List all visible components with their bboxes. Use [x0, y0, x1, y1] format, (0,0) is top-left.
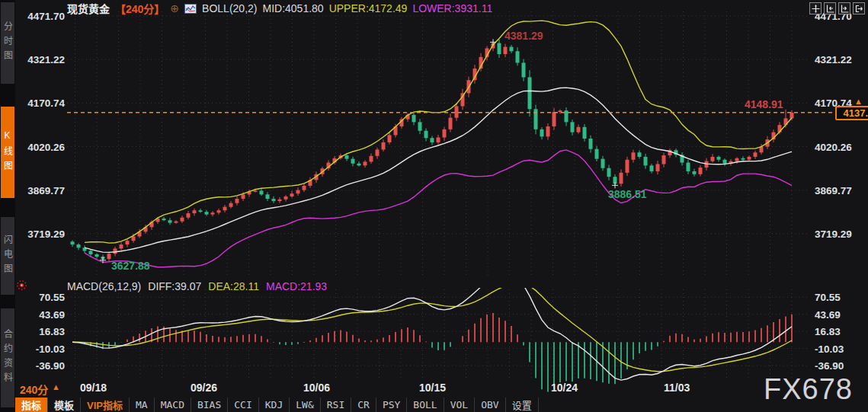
- sidebar-tab-3[interactable]: 闪电图: [1, 217, 14, 295]
- period-up-arrow-icon[interactable]: ▲: [52, 382, 60, 391]
- svg-text:16.83: 16.83: [39, 326, 65, 337]
- annotation-peak-high: 4381.29: [504, 30, 543, 42]
- toolbar-item-MA[interactable]: MA: [130, 398, 155, 412]
- toolbar-item-指标[interactable]: 指标: [15, 398, 48, 412]
- footer-period-label[interactable]: 240分: [20, 382, 48, 397]
- x-axis-row: 240分 ▲ 09/18 09/26 10/06 10/15 10/24 11/…: [0, 379, 868, 398]
- chart-tool-icons: [809, 2, 865, 14]
- toolbar-item-PSY[interactable]: PSY: [376, 398, 407, 412]
- svg-text:4020.26: 4020.26: [815, 142, 852, 153]
- svg-text:4020.26: 4020.26: [27, 142, 65, 153]
- boll-lower-value: LOWER:3931.11: [412, 2, 492, 14]
- move-crosshair-icon[interactable]: [809, 2, 822, 14]
- svg-text:43.69: 43.69: [39, 309, 65, 321]
- toolbar-item-CCI[interactable]: CCI: [228, 398, 258, 412]
- toolbar-item-OBV[interactable]: OBV: [475, 398, 505, 412]
- alert-dot-icon[interactable]: [17, 279, 27, 293]
- boll-param-label: BOLL(20,2): [202, 2, 257, 14]
- last-price-tag: 4137.91: [835, 106, 868, 120]
- svg-text:-10.03: -10.03: [815, 343, 844, 355]
- toolbar-item-MACD[interactable]: MACD: [155, 398, 191, 412]
- popout-icon[interactable]: [853, 2, 865, 14]
- toolbar-item-设置[interactable]: 设置: [506, 398, 539, 412]
- toolbar-item-RSI[interactable]: RSI: [321, 398, 351, 412]
- svg-text:-36.90: -36.90: [815, 360, 844, 372]
- toolbar-item-模板[interactable]: 模板: [48, 398, 81, 412]
- mini-chart-icon[interactable]: [184, 4, 197, 14]
- sidebar: 分时图K线图闪电图合约资料: [0, 0, 15, 412]
- symbol-name: 现货黄金: [67, 1, 110, 16]
- chart-header: 现货黄金 【240分】 ⊕ BOLL(20,2) MID:4051.80 UPP…: [67, 2, 492, 15]
- macd-diff-value: DIFF:39.07: [148, 280, 201, 292]
- svg-text:70.55: 70.55: [39, 292, 65, 303]
- sidebar-tab-2[interactable]: K线图: [1, 107, 14, 198]
- toolbar-item-BOLL[interactable]: BOLL: [407, 398, 444, 412]
- macd-header: MACD(26,12,9) DIFF:39.07 DEA:28.11 MACD:…: [67, 280, 327, 292]
- x-tick: 10/24: [551, 382, 578, 394]
- x-tick: 10/15: [419, 382, 446, 394]
- svg-text:4170.74: 4170.74: [27, 97, 65, 109]
- svg-text:4471.70: 4471.70: [27, 11, 65, 22]
- chart-window: 4471.704471.704321.224321.224170.744170.…: [0, 0, 868, 412]
- macd-macd-value: MACD:21.93: [266, 280, 327, 292]
- svg-text:4321.22: 4321.22: [27, 54, 65, 65]
- indicator-toolbar: 指标模板VIP指标MAMACDBIASCCIKDJLW&RSICRPSYBOLL…: [15, 398, 539, 412]
- svg-text:4321.22: 4321.22: [815, 54, 852, 65]
- svg-text:3869.77: 3869.77: [27, 185, 65, 196]
- circle-plus-icon[interactable]: ⊕: [170, 3, 179, 14]
- svg-text:16.83: 16.83: [815, 326, 841, 337]
- boll-mid-value: MID:4051.80: [262, 2, 323, 14]
- toolbar-item-VIP指标[interactable]: VIP指标: [81, 398, 130, 412]
- period-label[interactable]: 【240分】: [115, 1, 165, 16]
- annotation-start-low: 3627.88: [111, 260, 150, 272]
- x-tick: 10/06: [303, 382, 330, 394]
- macd-param-label: MACD(26,12,9): [67, 280, 141, 292]
- macd-dea-value: DEA:28.11: [208, 280, 259, 292]
- price-up-arrow-icon: ▲: [854, 97, 863, 106]
- toolbar-item-CR[interactable]: CR: [351, 398, 376, 412]
- axis-zoom-right-icon[interactable]: [838, 2, 850, 14]
- svg-text:3719.29: 3719.29: [27, 228, 65, 240]
- toolbar-item-KDJ[interactable]: KDJ: [259, 398, 290, 412]
- svg-text:3719.29: 3719.29: [815, 228, 852, 240]
- toolbar-item-VOL[interactable]: VOL: [444, 398, 475, 412]
- x-tick: 09/18: [80, 382, 107, 394]
- svg-text:-10.03: -10.03: [36, 343, 66, 355]
- axis-zoom-left-icon[interactable]: [824, 2, 836, 14]
- x-tick: 11/03: [664, 382, 690, 394]
- svg-text:70.55: 70.55: [815, 292, 841, 303]
- annotation-swing-low: 3886.51: [608, 188, 647, 200]
- svg-text:-36.90: -36.90: [36, 360, 65, 372]
- boll-upper-value: UPPER:4172.49: [329, 2, 408, 14]
- sidebar-tab-1[interactable]: 分时图: [1, 2, 14, 84]
- candlestick-chart-canvas[interactable]: 4471.704471.704321.224321.224170.744170.…: [0, 0, 868, 412]
- x-tick: 09/26: [191, 382, 217, 394]
- svg-text:43.69: 43.69: [815, 309, 841, 321]
- annotation-recent-high: 4148.91: [745, 98, 783, 110]
- svg-text:3869.77: 3869.77: [815, 185, 852, 196]
- toolbar-item-BIAS[interactable]: BIAS: [191, 398, 228, 412]
- toolbar-item-LW&[interactable]: LW&: [290, 398, 320, 412]
